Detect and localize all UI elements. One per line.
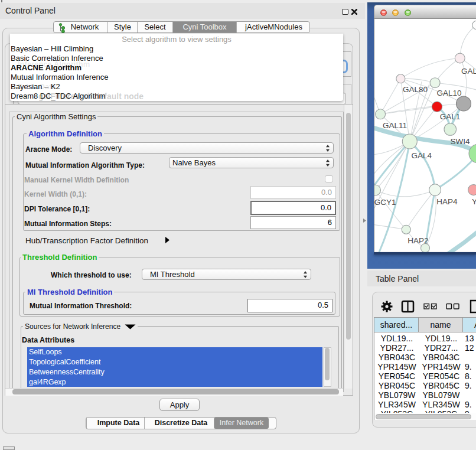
svg-text:SWI4: SWI4 [450, 137, 470, 146]
svg-text:GAL11: GAL11 [383, 121, 407, 130]
svg-text:GAL7: GAL7 [461, 67, 476, 76]
svg-text:HAP2: HAP2 [407, 236, 428, 245]
svg-text:GAL10: GAL10 [437, 89, 462, 97]
svg-text:GAL1: GAL1 [440, 112, 461, 121]
svg-text:GAL80: GAL80 [403, 85, 428, 94]
svg-text:GAL4: GAL4 [411, 151, 432, 160]
svg-text:GCY1: GCY1 [374, 198, 396, 207]
svg-text:YM: YM [472, 197, 476, 206]
svg-text:HAP4: HAP4 [436, 197, 458, 206]
